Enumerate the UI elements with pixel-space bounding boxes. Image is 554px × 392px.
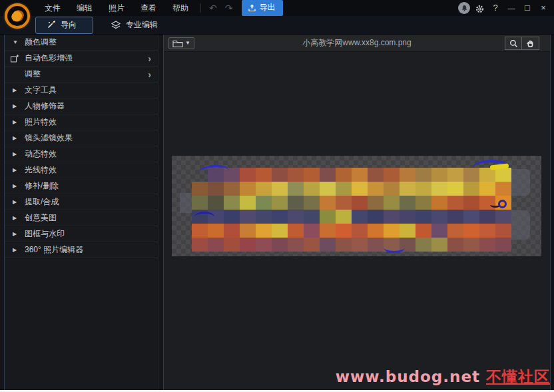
sidebar-item[interactable]: ▶创意美图	[5, 210, 158, 226]
menu-item[interactable]: 帮助	[164, 0, 196, 17]
settings-gear-icon[interactable]	[473, 2, 486, 14]
sidebar-item[interactable]: 调整›	[5, 67, 158, 83]
mosaic-cell	[400, 196, 416, 210]
triangle-right-icon: ▶	[10, 231, 25, 237]
mosaic-cell	[240, 182, 256, 196]
mosaic-cell	[272, 210, 288, 224]
mosaic-cell	[352, 168, 368, 182]
triangle-right-icon: ▶	[10, 247, 25, 253]
mosaic-cell	[431, 210, 447, 224]
sidebar-item[interactable]: ▶文字工具	[5, 83, 158, 98]
sidebar-item-label: 动态特效	[25, 148, 154, 160]
mosaic-cell	[416, 182, 431, 196]
sidebar-item-label: 文字工具	[25, 85, 154, 96]
mosaic-cell	[288, 182, 304, 196]
mosaic-cell	[368, 210, 384, 224]
mode-toolbar: 导向 专业编辑	[0, 16, 554, 35]
mosaic-cell	[400, 182, 416, 196]
mosaic-cell	[352, 210, 368, 224]
sidebar-item[interactable]: ▶提取/合成	[5, 194, 158, 210]
notification-bell-icon[interactable]	[458, 2, 470, 14]
mosaic-cell	[431, 182, 447, 196]
menu-item[interactable]: 查看	[133, 0, 164, 17]
open-filename: 小高教学网www.xx8g.com.png	[164, 37, 550, 49]
undo-button[interactable]: ↶	[205, 1, 221, 15]
guide-mode-button[interactable]: 导向	[35, 17, 93, 34]
sidebar-item-label: 360° 照片编辑器	[25, 244, 154, 256]
mosaic-cell	[320, 182, 336, 196]
layers-icon	[111, 21, 121, 30]
sidebar-item[interactable]: ▶镜头滤镜效果	[5, 130, 158, 146]
mosaic-cell	[304, 182, 320, 196]
mosaic-cell	[192, 196, 208, 210]
sidebar-item[interactable]: ▶图框与水印	[5, 226, 158, 242]
mosaic-cell	[256, 224, 272, 238]
mosaic-cell	[495, 168, 511, 182]
mosaic-cell	[320, 224, 336, 238]
panel-divider[interactable]	[158, 35, 164, 390]
sidebar-item[interactable]: ▼颜色调整	[5, 35, 158, 51]
mosaic-cell	[240, 238, 256, 252]
sidebar-item[interactable]: ▶光线特效	[5, 162, 158, 178]
help-button[interactable]: ?	[489, 1, 502, 15]
minimize-button[interactable]: —	[505, 1, 518, 15]
mosaic-cell	[336, 224, 352, 238]
mosaic-cell	[224, 210, 240, 224]
mosaic-cell	[447, 168, 463, 182]
image-gray-region	[509, 210, 530, 240]
pro-edit-button[interactable]: 专业编辑	[105, 17, 163, 33]
mosaic-cell	[479, 168, 495, 182]
mosaic-cell	[416, 224, 431, 238]
mosaic-cell	[368, 182, 384, 196]
zoom-tool-button[interactable]	[505, 37, 522, 50]
mosaic-cell	[224, 196, 240, 210]
mosaic-cell	[320, 210, 336, 224]
canvas-top-bar: ▼ 小高教学网www.xx8g.com.png	[164, 35, 550, 52]
sidebar-item[interactable]: ▶人物修饰器	[5, 98, 158, 114]
editor-main: ▼ 小高教学网www.xx8g.com.png	[164, 35, 550, 390]
sidebar-item[interactable]: ▶动态特效	[5, 146, 158, 162]
mosaic-cell	[224, 238, 240, 252]
mosaic-cell	[368, 168, 384, 182]
mosaic-cell	[272, 196, 288, 210]
sidebar-item[interactable]: ▶修补/删除	[5, 178, 158, 194]
mosaic-cell	[256, 196, 272, 210]
maximize-button[interactable]: □	[521, 1, 534, 15]
left-panel-edge	[0, 35, 5, 390]
mosaic-cell	[272, 182, 288, 196]
hand-tool-button[interactable]	[522, 37, 539, 50]
title-bar: 文件编辑照片查看帮助 ↶ ↷ 导出 ? — □ ×	[0, 0, 554, 16]
sidebar-item[interactable]: ▶360° 照片编辑器	[5, 242, 158, 258]
redo-button[interactable]: ↷	[221, 1, 237, 15]
mosaic-cell	[495, 238, 511, 252]
export-button[interactable]: 导出	[242, 0, 283, 16]
sidebar-item-label: 提取/合成	[25, 196, 154, 208]
triangle-right-icon: ▶	[10, 87, 25, 93]
sidebar-item[interactable]: ▶照片特效	[5, 114, 158, 130]
mosaic-cell	[400, 168, 416, 182]
menu-item[interactable]: 照片	[101, 0, 133, 17]
app-logo-icon[interactable]	[5, 3, 30, 29]
mosaic-cell	[336, 238, 352, 252]
menu-item[interactable]: 编辑	[69, 0, 101, 17]
menu-item[interactable]: 文件	[37, 0, 69, 17]
mosaic-cell	[384, 196, 400, 210]
image-canvas[interactable]	[164, 52, 550, 370]
mosaic-cell	[240, 196, 256, 210]
mosaic-cell	[463, 168, 479, 182]
watermark-url: www.budog.net	[336, 368, 480, 385]
triangle-right-icon: ▶	[10, 199, 25, 205]
mosaic-cell	[431, 168, 447, 182]
triangle-right-icon: ▶	[10, 215, 25, 221]
mosaic-cell	[416, 168, 431, 182]
mosaic-cell	[463, 224, 479, 238]
export-icon	[248, 4, 256, 12]
mosaic-cell	[368, 224, 384, 238]
mosaic-cell	[495, 182, 511, 196]
mosaic-cell	[447, 238, 463, 252]
close-button[interactable]: ×	[537, 1, 550, 15]
mosaic-cell	[431, 196, 447, 210]
mosaic-cell	[400, 210, 416, 224]
mosaic-cell	[224, 224, 240, 238]
sidebar-item[interactable]: 自动色彩增强›	[5, 51, 158, 67]
